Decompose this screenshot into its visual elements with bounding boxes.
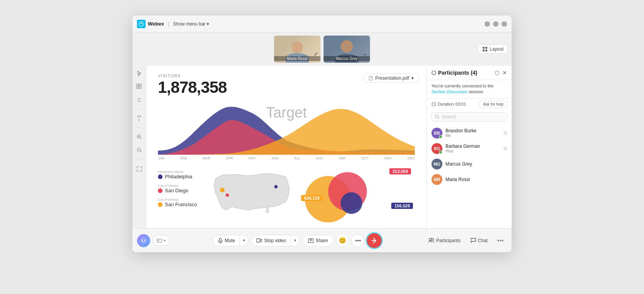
leave-session-button[interactable] (367, 233, 382, 248)
ask-for-help-button[interactable]: Ask for help (480, 101, 507, 108)
chevrons-icon[interactable] (135, 96, 143, 104)
side-panel: Participants (4) ⬡ ✕ You're currently co… (426, 66, 512, 228)
bottom-toolbar: ▾ Mute ▾ Stop video ▾ Share 😊 ••• (132, 228, 512, 252)
stop-video-button[interactable]: Stop video ▾ (251, 235, 300, 246)
svg-point-27 (144, 239, 146, 241)
bubble-value-navy: 156,529 (391, 203, 413, 209)
bottom-section: PENNSYLVANIA Philadelphia CALIFORNIA San… (158, 168, 415, 222)
svg-point-0 (139, 21, 144, 26)
legend-item-sandiego: CALIFORNIA San Diego (158, 184, 204, 193)
zoom-in-icon[interactable] (135, 133, 143, 141)
svg-point-21 (341, 192, 362, 214)
svg-rect-8 (139, 87, 141, 89)
participant-search[interactable]: Search (431, 112, 508, 121)
layout-button[interactable]: Layout (478, 44, 508, 54)
legend-dot-red (158, 188, 163, 193)
svg-line-12 (140, 138, 141, 139)
bubble-chart: 626,119 313,059 156,529 (297, 168, 415, 222)
app-name: Webex (148, 21, 164, 27)
chat-button[interactable]: Chat (467, 236, 492, 246)
participant-info-marcus: Marcus Grey (445, 161, 507, 167)
svg-point-18 (226, 193, 229, 197)
stop-video-main[interactable]: Stop video (252, 235, 291, 246)
participant-info-maria: Maria Rossi (445, 177, 507, 182)
svg-point-26 (142, 239, 143, 241)
duration-badge: Duration 03:01 (432, 102, 466, 106)
bubble-value-red: 313,059 (389, 168, 411, 174)
file-selector[interactable]: Presentation.pdf ▾ (363, 74, 419, 83)
svg-point-23 (435, 115, 438, 118)
avatar-barbara: BG (432, 143, 442, 154)
app-logo: Webex (137, 20, 164, 28)
panel-title: Participants (4) (432, 70, 477, 76)
toolbar-divider-2 (135, 127, 143, 128)
chart-months: JANFEBMARAPRMAYJUNJULAUGSEPOCTNOVDEC (158, 156, 415, 160)
session-notice: You're currently connected to the Sectio… (427, 80, 512, 99)
bubble-value-orange: 626,119 (301, 195, 323, 201)
toolbar-left-icons: ▾ (137, 234, 170, 247)
close-panel-icon[interactable]: ✕ (502, 70, 507, 76)
video-strip: 🎤 Maria Rossi 🎤 Marcus Grey Layout (132, 32, 512, 66)
close-button[interactable] (502, 21, 507, 27)
avatar-brandon: BB (432, 128, 442, 138)
participant-list: BB Brandon Burke Me ⊡ BG (427, 124, 512, 228)
titlebar: Webex | Show menu bar ▾ (132, 15, 512, 32)
legend-dot-orange (158, 202, 163, 207)
session-link[interactable]: Section Discussion (432, 89, 468, 94)
svg-line-15 (140, 151, 141, 152)
share-button[interactable]: Share (302, 235, 334, 246)
maximize-button[interactable] (493, 21, 498, 27)
mic-icon: 🎤 (314, 52, 318, 56)
us-map-svg (208, 168, 293, 219)
svg-rect-4 (485, 50, 487, 51)
legend-item-philadelphia: PENNSYLVANIA Philadelphia (158, 170, 204, 179)
map-legend: PENNSYLVANIA Philadelphia CALIFORNIA San… (158, 168, 204, 222)
status-indicator (439, 135, 442, 138)
participant-item-brandon: BB Brandon Burke Me ⊡ (427, 125, 512, 141)
chart-title: Target (158, 104, 415, 121)
stop-video-dropdown[interactable]: ▾ (291, 235, 300, 246)
bottom-right-actions: Participants Chat ••• (425, 234, 507, 247)
minimize-button[interactable] (485, 21, 490, 27)
emoji-button[interactable]: 😊 (336, 234, 349, 247)
svg-point-25 (141, 238, 146, 243)
video-participant-maria: 🎤 Maria Rossi (274, 36, 320, 63)
slide-content: VISITORS 1,878,358 Presentation.pdf ▾ Ta… (146, 66, 426, 228)
svg-line-24 (438, 118, 439, 119)
presentation-area: 03▾ VISITORS 1,878,358 (132, 66, 426, 228)
mic-icon-marcus: 🎤 (363, 52, 368, 56)
participant-name-maria: Maria Rossi (274, 56, 320, 61)
participant-item-maria: MR Maria Rossi (427, 172, 512, 187)
svg-point-38 (432, 239, 433, 241)
participant-info-brandon: Brandon Burke Me (445, 128, 500, 138)
mute-button[interactable]: Mute ▾ (213, 235, 249, 246)
grid-icon[interactable] (135, 83, 143, 91)
leave-session-wrapper: Leave session (367, 233, 382, 248)
panel-header-icons: ⬡ ✕ (495, 70, 507, 76)
svg-rect-33 (257, 239, 260, 242)
ai-assistant-button[interactable] (137, 234, 150, 247)
svg-point-37 (429, 238, 432, 241)
webex-logo-icon (137, 20, 146, 28)
more-button[interactable]: ••• (351, 234, 365, 247)
svg-rect-3 (483, 50, 485, 51)
toolbar-divider-1 (135, 109, 143, 109)
layout-btn-label: Layout (490, 46, 504, 52)
participants-panel-button[interactable]: Participants (425, 236, 464, 246)
participant-info-barbara: Barbara German Host (445, 144, 500, 153)
pointer-icon[interactable] (135, 70, 143, 77)
show-menu-bar-button[interactable]: Show menu bar ▾ (173, 21, 209, 27)
caption-button[interactable]: ▾ (152, 235, 170, 246)
zoom-out-icon[interactable] (135, 146, 143, 154)
mute-main[interactable]: Mute (213, 235, 240, 246)
legend-item-sanfrancisco: CALIFORNIA San Francisco (158, 198, 204, 207)
toolbar-divider-3 (135, 159, 143, 160)
participant-name-marcus: Marcus Grey (324, 56, 370, 61)
more-right-button[interactable]: ••• (494, 234, 507, 247)
mute-dropdown[interactable]: ▾ (240, 235, 248, 246)
expand-icon[interactable] (135, 165, 143, 173)
participant-options-barbara[interactable]: ⊡ (504, 146, 507, 151)
participant-options-brandon[interactable]: ⊡ (504, 130, 507, 135)
popout-icon[interactable]: ⬡ (495, 70, 499, 76)
participant-item-barbara: BG Barbara German Host ⊡ (427, 141, 512, 156)
